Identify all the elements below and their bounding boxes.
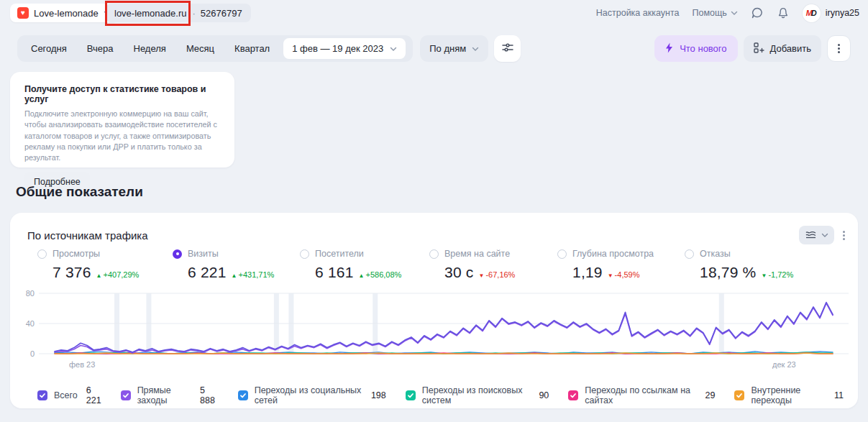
date-range-picker[interactable]: 1 фев — 19 дек 2023 [283,38,406,59]
metric-radio[interactable] [685,249,694,259]
help-label: Помощь [692,8,726,18]
metric-radio[interactable] [173,249,182,259]
granularity-select[interactable]: По дням [420,35,488,62]
metric-radio-row[interactable]: Глубина просмотра [557,249,685,259]
metric-value: 6 161 [315,264,354,281]
legend-value: 5 888 [200,385,219,405]
account-settings-link[interactable]: Настройка аккаунта [596,8,680,18]
metric-radio-row[interactable]: Просмотры [37,249,173,259]
widget-title: По источникам трафика [27,229,148,242]
promo-body: Подключите электронную коммерцию на ваш … [24,109,220,164]
legend-checkbox[interactable] [734,390,744,400]
chevron-down-icon [390,45,397,52]
counter-name: Love-lemonade [34,8,99,19]
legend-label: Внутренние переходы [751,385,826,405]
legend-label: Переходы из поисковых систем [422,385,531,405]
add-label: Добавить [770,43,811,54]
metric-value: 30 с [444,264,474,281]
legend-item-3[interactable]: Переходы из поисковых систем90 [406,385,549,405]
legend-item-5[interactable]: Внутренние переходы11 [734,385,844,405]
legend-checkbox[interactable] [121,390,131,400]
metric-label: Визиты [188,249,219,259]
metric-delta: ▼-4,59% [608,270,640,279]
legend-checkbox[interactable] [238,390,248,400]
svg-text:0: 0 [30,349,35,357]
period-tab-3[interactable]: Месяц [176,35,224,62]
user-menu[interactable]: MD irynya25 [803,4,859,22]
kebab-icon [843,231,845,240]
legend-value: 6 221 [86,385,101,405]
notifications-bell-icon[interactable] [777,6,790,19]
x-axis-label-start: фев 23 [69,360,95,369]
svg-text:40: 40 [26,319,35,328]
period-tab-1[interactable]: Вчера [77,35,124,62]
counter-selector[interactable]: ♥ Love-lemonade [10,4,118,22]
metric-value: 7 376 [52,264,91,281]
chat-icon[interactable] [751,6,764,19]
legend-label: Прямые заходы [137,385,191,405]
counter-domain-pill[interactable]: love-lemonade.ru · 52676797 [105,4,251,22]
metric-label: Просмотры [52,249,100,259]
metric-radio[interactable] [300,249,309,259]
legend-item-4[interactable]: Переходы по ссылкам на сайтах29 [568,385,715,405]
promo-title: Получите доступ к статистике товаров и у… [24,84,220,104]
chevron-down-icon [821,231,828,239]
add-widget-icon [754,42,764,55]
filters-toolbar: СегодняВчераНеделяМесяцКвартал1 фев — 19… [17,35,851,62]
top-bar: ♥ Love-lemonade love-lemonade.ru · 52676… [0,0,868,27]
user-avatar: MD [803,4,821,22]
chart-legend: Всего6 221Прямые заходы5 888Переходы из … [37,385,844,405]
arrow-down-icon: ▼ [608,272,613,279]
metric-delta: ▲+407,29% [96,270,140,279]
arrow-down-icon: ▼ [761,272,767,279]
metric-0: Просмотры7 376▲+407,29% [37,249,173,281]
chart-type-selector[interactable] [799,226,834,244]
legend-label: Всего [54,390,78,400]
arrow-up-icon: ▲ [232,272,237,279]
legend-checkbox[interactable] [37,390,47,400]
legend-value: 198 [371,390,386,400]
legend-checkbox[interactable] [406,390,416,400]
whats-new-button[interactable]: Что нового [654,35,737,62]
period-tabs: СегодняВчераНеделяМесяцКвартал1 фев — 19… [17,35,413,62]
section-title: Общие показатели [16,184,143,200]
lightning-icon [665,42,673,55]
metric-2: Посетители6 161▲+586,08% [300,249,429,281]
metric-4: Глубина просмотра1,19▼-4,59% [557,249,685,281]
separator-dot: · [192,8,195,19]
metric-label: Время на сайте [444,249,510,259]
sliders-icon [501,42,514,55]
add-button[interactable]: Добавить [744,35,821,62]
counter-domain: love-lemonade.ru [114,8,186,19]
metric-radio-row[interactable]: Визиты [173,249,300,259]
metric-radio-row[interactable]: Посетители [300,249,429,259]
whats-new-label: Что нового [680,43,726,54]
metric-radio-row[interactable]: Отказы [685,249,828,259]
help-menu[interactable]: Помощь [692,8,737,18]
metric-radio-row[interactable]: Время на сайте [429,249,557,259]
svg-text:80: 80 [26,290,35,298]
legend-item-2[interactable]: Переходы из социальных сетей198 [238,385,386,405]
line-chart-icon [805,229,817,242]
chevron-down-icon [472,45,479,52]
granularity-value: По дням [429,43,466,54]
metric-radio[interactable] [557,249,567,259]
metric-3: Время на сайте30 с▼-67,16% [429,249,557,281]
segment-filter-button[interactable] [494,35,521,62]
metric-radio[interactable] [37,249,47,259]
metric-5: Отказы18,79 %▼-1,72% [685,249,828,281]
widget-more-button[interactable] [843,231,845,240]
period-tab-0[interactable]: Сегодня [21,35,77,62]
period-tab-4[interactable]: Квартал [224,35,280,62]
legend-checkbox[interactable] [568,390,578,400]
chevron-down-icon [731,9,738,17]
metric-value: 18,79 % [700,264,756,281]
traffic-chart[interactable]: 04080 фев 23 дек 23 [22,290,852,378]
legend-item-0[interactable]: Всего6 221 [37,385,101,405]
legend-item-1[interactable]: Прямые заходы5 888 [121,385,219,405]
toolbar-more-button[interactable] [827,35,851,62]
traffic-sources-widget: По источникам трафика Просмотры7 376▲+4 [10,213,858,408]
metric-label: Отказы [700,249,731,259]
metric-radio[interactable] [429,249,439,259]
period-tab-2[interactable]: Неделя [124,35,176,62]
